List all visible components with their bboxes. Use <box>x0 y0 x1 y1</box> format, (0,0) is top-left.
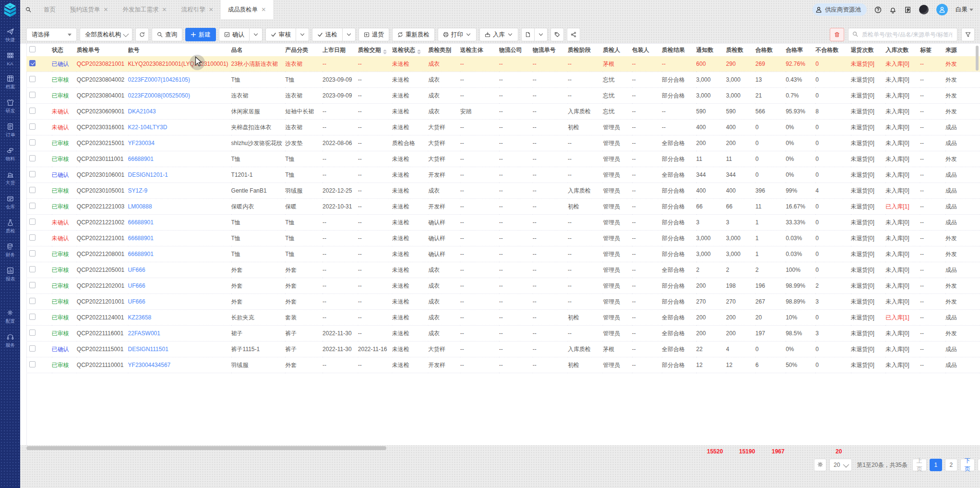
send-button[interactable]: 送检 <box>312 28 343 41</box>
row-checkbox[interactable] <box>29 139 36 146</box>
row-checkbox[interactable] <box>29 155 36 161</box>
cell-style_no[interactable]: UF666 <box>128 294 231 310</box>
vendor-pool-button[interactable]: 供应商资源池 <box>813 3 867 16</box>
select-all-checkbox[interactable] <box>29 46 36 52</box>
table-row[interactable]: 已确认QCP20230106001DESIGN1201-1T1201-1T恤--… <box>26 167 980 183</box>
sidebar-item-dangan[interactable]: 档案 <box>0 70 20 94</box>
row-checkbox[interactable] <box>29 234 36 241</box>
filter-funnel-button[interactable] <box>961 28 975 41</box>
delete-button[interactable] <box>830 28 844 41</box>
row-checkbox[interactable] <box>29 282 36 288</box>
table-row[interactable]: 未确认QCP20230609001DKA21043休闲家居服短袖中长裙----未… <box>26 104 980 120</box>
row-checkbox[interactable] <box>29 329 36 336</box>
table-settings-gear-icon[interactable] <box>814 459 826 471</box>
user-menu[interactable]: 白果 <box>956 6 973 14</box>
prev-page-button[interactable]: 上页 <box>912 459 927 471</box>
refresh-button[interactable] <box>135 28 149 41</box>
sidebar-item-cangku[interactable]: 仓库 <box>0 190 20 214</box>
cell-style_no[interactable]: K22-104LTY3D <box>128 120 231 135</box>
table-row[interactable]: 已审核QCP20221202001UF666外套外套----未送检成衣-----… <box>26 278 980 294</box>
row-checkbox[interactable] <box>29 123 36 130</box>
table-row[interactable]: 已审核QCP20230105001SY1Z-9Gentle FanB1羽绒服20… <box>26 183 980 199</box>
sort-icon[interactable] <box>383 49 387 54</box>
table-row[interactable]: 已审核QCP20221124001KZ23658长款夹克套装----未送检成衣-… <box>26 310 980 326</box>
table-row[interactable]: 已审核QCP2023011100166688901T恤T恤----未送检大货样-… <box>26 151 980 167</box>
confirm-button[interactable]: 确认 <box>219 28 250 41</box>
help-icon[interactable] <box>874 6 882 13</box>
row-checkbox[interactable] <box>29 76 36 82</box>
document-dropdown[interactable] <box>535 28 548 41</box>
sidebar-item-dingdan[interactable]: 订单 <box>0 118 20 142</box>
row-checkbox[interactable] <box>29 219 36 225</box>
cell-style_no[interactable]: UF666 <box>128 262 231 278</box>
row-checkbox[interactable] <box>29 314 36 320</box>
table-row[interactable]: 已审核QCP202308040010223FZ0008(00525050)连衣裙… <box>26 88 980 104</box>
sidebar-item-zhijian[interactable]: 质检 <box>0 214 20 238</box>
table-row[interactable]: 已审核QCP202308040020223FZ0007(10426105)T恤T… <box>26 72 980 88</box>
table-row[interactable]: 已审核QCP2022120800166688901T恤T恤----未送检确认样-… <box>26 246 980 262</box>
cell-style_no[interactable]: LM00888 <box>128 199 231 215</box>
cell-style_no[interactable]: 0223FZ0007(10426105) <box>128 72 231 88</box>
row-checkbox[interactable] <box>29 298 36 304</box>
reinspect-button[interactable]: 重新质检 <box>392 28 435 41</box>
sidebar-item-dahuo[interactable]: 大货 <box>0 166 20 190</box>
cell-style_no[interactable]: DKA21043 <box>128 104 231 120</box>
org-select[interactable]: 全部质检机构 <box>80 28 132 41</box>
theme-toggle-icon[interactable] <box>919 5 929 14</box>
close-icon[interactable]: ✕ <box>209 6 214 13</box>
table-row[interactable]: 已审核QCP20221221003LM00888保暖内衣保暖2022-10-31… <box>26 199 980 215</box>
send-dropdown[interactable] <box>343 28 356 41</box>
sidebar-item-baobiao[interactable]: 报表 <box>0 262 20 286</box>
table-row[interactable]: 已审核QCP2022111600122FASW001裙子裤子2022-11-30… <box>26 326 980 342</box>
close-icon[interactable]: ✕ <box>261 6 266 13</box>
filter-select[interactable]: 请选择 <box>26 28 77 41</box>
horizontal-scrollbar[interactable] <box>26 446 386 450</box>
cell-style_no[interactable]: 22FASW001 <box>128 326 231 342</box>
row-checkbox[interactable] <box>29 250 36 256</box>
cell-style_no[interactable]: DESIGN1201-1 <box>128 167 231 183</box>
tab-首页[interactable]: 首页 <box>36 0 63 19</box>
sidebar-item-yanfa[interactable]: 研发 <box>0 94 20 118</box>
close-icon[interactable]: ✕ <box>162 6 167 13</box>
row-checkbox[interactable] <box>29 266 36 272</box>
row-checkbox[interactable] <box>29 203 36 209</box>
column-header-send_status[interactable]: 送检状态 <box>392 44 428 56</box>
cell-style_no[interactable]: SY1Z-9 <box>128 183 231 199</box>
cell-style_no[interactable]: KZ23658 <box>128 310 231 326</box>
sidebar-item-wuliao[interactable]: 物料 <box>0 142 20 166</box>
app-logo[interactable] <box>2 2 18 18</box>
sidebar-item-peizhi[interactable]: 配置 <box>0 305 20 329</box>
cell-style_no[interactable]: 66688901 <box>128 246 231 262</box>
row-checkbox[interactable] <box>29 187 36 193</box>
table-row[interactable]: 已审核QCP20221205001UF666外套外套----未送检成衣-----… <box>26 262 980 278</box>
table-row[interactable]: 已审核QCP20221201001UF666外套外套----未送检成衣-----… <box>26 294 980 310</box>
table-row[interactable]: 已确认QCP20230821001KLYQ202308210001(LYQ202… <box>26 56 980 72</box>
page-button-1[interactable]: 1 <box>930 459 942 471</box>
cell-style_no[interactable]: 66688901 <box>128 231 231 246</box>
tag-button[interactable] <box>550 28 564 41</box>
row-checkbox[interactable] <box>29 92 36 98</box>
table-search-input[interactable] <box>861 31 953 38</box>
audit-button[interactable]: 审核 <box>265 28 296 41</box>
audit-dropdown[interactable] <box>296 28 309 41</box>
row-checkbox[interactable] <box>29 108 36 114</box>
sidebar-item-ka[interactable]: KA <box>0 47 20 70</box>
column-header-qc_deadline[interactable]: 质检交期 <box>358 44 392 56</box>
vertical-scrollbar[interactable] <box>976 46 979 71</box>
jump-to-button[interactable]: 跳至 <box>978 459 980 471</box>
table-row[interactable]: 已确认QCP20221115001DESIGN111501裤子1115-1裤子2… <box>26 342 980 357</box>
global-search-icon[interactable] <box>20 0 36 19</box>
cell-style_no[interactable]: DESIGN111501 <box>128 342 231 357</box>
table-row[interactable]: 未确认QCP2022122100266688901T恤T恤----未送检确认样-… <box>26 215 980 231</box>
row-checkbox[interactable] <box>29 361 36 367</box>
row-checkbox[interactable] <box>29 345 36 352</box>
return-button[interactable]: 退货 <box>359 28 389 41</box>
table-row[interactable]: 已审核QCP20221110001YF23004434567羽绒服外套----未… <box>26 357 980 373</box>
tab-外发加工需求[interactable]: 外发加工需求✕ <box>116 0 174 19</box>
tab-成品质检单[interactable]: 成品质检单✕ <box>221 0 274 19</box>
table-row[interactable]: 未确认QCP20230316001K22-104LTY3D夹棉盘扣连体衣连衣裙-… <box>26 120 980 135</box>
tab-预约送货单[interactable]: 预约送货单✕ <box>63 0 116 19</box>
page-button-2[interactable]: 2 <box>945 459 957 471</box>
cell-style_no[interactable]: 0223FZ0008(00525050) <box>128 88 231 104</box>
cell-style_no[interactable]: YF23004434567 <box>128 357 231 373</box>
